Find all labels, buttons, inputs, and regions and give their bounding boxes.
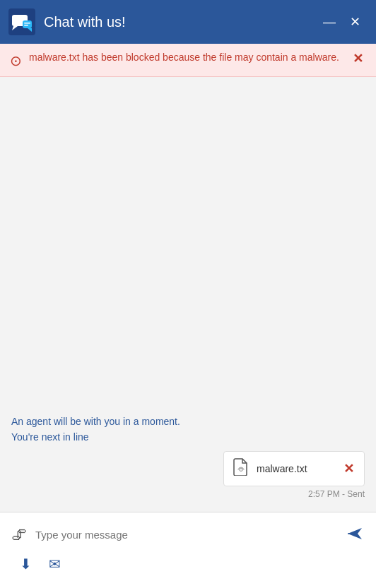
input-area: 🖇 ⬇ ✉ — [0, 512, 376, 588]
warning-text: malware.txt has been blocked because the… — [29, 51, 343, 65]
queue-message: You're next in line — [11, 431, 365, 443]
chat-app-icon — [8, 8, 35, 35]
file-icon — [233, 457, 249, 480]
titlebar: Chat with us! — ✕ — [0, 0, 376, 44]
bottom-actions: ⬇ ✉ — [8, 548, 368, 582]
send-button[interactable] — [342, 521, 368, 548]
send-icon — [345, 524, 365, 544]
email-button[interactable]: ✉ — [46, 554, 64, 574]
svg-rect-5 — [24, 23, 30, 24]
download-button[interactable]: ⬇ — [17, 554, 35, 574]
message-input[interactable] — [35, 529, 336, 541]
email-icon: ✉ — [49, 556, 61, 572]
warning-close-button[interactable]: ✕ — [350, 51, 366, 66]
file-attachment: malware.txt ✕ — [223, 451, 365, 486]
chat-area: An agent will be with you in a moment. Y… — [0, 77, 376, 512]
minimize-button[interactable]: — — [316, 13, 343, 31]
warning-banner: ⊙ malware.txt has been blocked because t… — [0, 44, 376, 77]
download-icon: ⬇ — [20, 556, 32, 572]
window-title: Chat with us! — [44, 14, 316, 30]
chat-window: Chat with us! — ✕ ⊙ malware.txt has been… — [0, 0, 376, 588]
agent-message: An agent will be with you in a moment. — [11, 416, 365, 427]
attachment-filename: malware.txt — [257, 463, 335, 474]
message-timestamp: 2:57 PM - Sent — [308, 489, 365, 499]
svg-rect-6 — [24, 25, 28, 26]
close-button[interactable]: ✕ — [343, 13, 368, 31]
warning-icon: ⊙ — [10, 52, 22, 69]
file-attachment-row: malware.txt ✕ — [11, 451, 365, 486]
attach-button[interactable]: 🖇 — [8, 523, 30, 547]
paperclip-icon: 🖇 — [11, 526, 27, 544]
input-row: 🖇 — [8, 521, 368, 548]
svg-rect-3 — [23, 20, 32, 28]
attachment-remove-button[interactable]: ✕ — [342, 461, 356, 476]
timestamp-row: 2:57 PM - Sent — [11, 489, 365, 499]
